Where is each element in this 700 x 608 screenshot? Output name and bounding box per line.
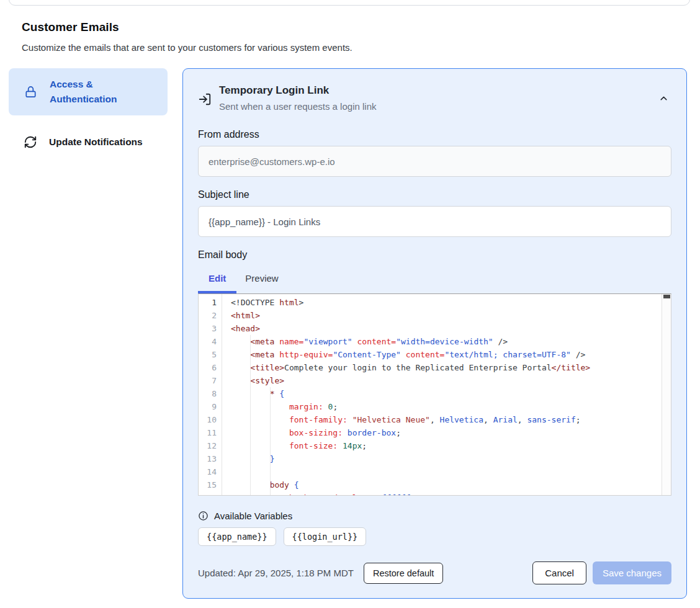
page-subtitle: Customize the emails that are sent to yo… [22, 42, 678, 53]
temporary-login-link-card: Temporary Login Link Sent when a user re… [182, 68, 687, 599]
lock-icon [24, 85, 38, 99]
editor-scrollbar-thumb[interactable] [663, 295, 670, 298]
card-title: Temporary Login Link [219, 84, 376, 98]
available-variables-label: Available Variables [214, 511, 292, 521]
tab-preview[interactable]: Preview [236, 261, 287, 293]
card-subtitle: Sent when a user requests a login link [219, 101, 376, 113]
available-variables-section: Available Variables {{app_name}} {{login… [198, 511, 671, 546]
from-address-input[interactable] [198, 146, 671, 177]
subject-line-label: Subject line [198, 189, 671, 200]
editor-scrollbar[interactable] [662, 294, 671, 495]
variable-chip-app-name[interactable]: {{app_name}} [198, 527, 276, 546]
refresh-icon [24, 135, 37, 149]
subject-line-input[interactable] [198, 206, 671, 237]
chevron-up-icon [658, 93, 669, 104]
variable-chip-login-url[interactable]: {{login_url}} [284, 527, 367, 546]
login-icon [198, 92, 212, 106]
save-changes-button[interactable]: Save changes [593, 561, 671, 584]
tab-edit[interactable]: Edit [198, 261, 236, 293]
editor-gutter: 12345678910111213141516 [199, 294, 222, 495]
cancel-button[interactable]: Cancel [532, 561, 586, 584]
page-title: Customer Emails [22, 20, 678, 34]
sidebar-item-label: Access & Authentication [50, 77, 159, 107]
email-body-label: Email body [198, 249, 671, 261]
info-icon [198, 511, 209, 521]
restore-default-button[interactable]: Restore default [364, 563, 443, 584]
from-address-label: From address [198, 129, 671, 140]
code-editor[interactable]: 12345678910111213141516 <!DOCTYPE html><… [198, 293, 671, 496]
updated-timestamp: Updated: Apr 29, 2025, 1:18 PM MDT [198, 568, 354, 578]
sidebar-item-access-authentication[interactable]: Access & Authentication [9, 68, 168, 115]
editor-code[interactable]: <!DOCTYPE html><html><head> <meta name="… [222, 294, 671, 495]
email-body-tabs: Edit Preview [198, 261, 671, 293]
previous-card-bottom-edge [9, 0, 690, 6]
page-header: Customer Emails Customize the emails tha… [22, 20, 678, 53]
settings-sidebar: Access & Authentication Update Notificat… [9, 68, 168, 158]
collapse-button[interactable] [656, 91, 671, 106]
sidebar-item-label: Update Notifications [49, 135, 143, 150]
sidebar-item-update-notifications[interactable]: Update Notifications [9, 126, 168, 158]
